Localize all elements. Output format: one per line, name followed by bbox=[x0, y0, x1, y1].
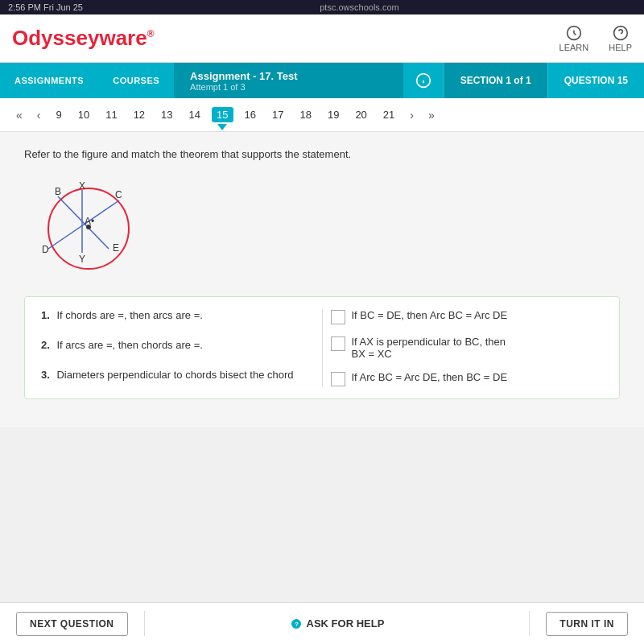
page-20[interactable]: 20 bbox=[350, 107, 371, 122]
right-item-1: If BC = DE, then Arc BC = Arc DE bbox=[331, 309, 604, 324]
question-label: QUESTION 15 bbox=[547, 63, 644, 98]
info-icon bbox=[415, 72, 431, 89]
page-12[interactable]: 12 bbox=[129, 107, 150, 122]
attempt-label: Attempt 1 of 3 bbox=[190, 82, 387, 92]
svg-line-7 bbox=[58, 196, 109, 249]
section-label: SECTION 1 of 1 bbox=[444, 63, 547, 98]
right-item-2: If AX is perpendicular to BC, thenBX = X… bbox=[331, 336, 604, 360]
pagination-bar: « ‹ 9 10 11 12 13 14 15 16 17 18 19 20 2… bbox=[0, 98, 644, 132]
last-page-button[interactable]: » bbox=[424, 107, 439, 123]
ask-for-help-section: ? ASK FOR HELP bbox=[144, 611, 530, 636]
nav-icons: LEARN HELP bbox=[559, 25, 632, 52]
prev-page-button[interactable]: ‹ bbox=[33, 107, 45, 123]
turn-it-in-button[interactable]: TURN IT IN bbox=[546, 612, 628, 636]
status-time: 2:56 PM Fri Jun 25 bbox=[8, 2, 83, 12]
help-nav-item[interactable]: HELP bbox=[609, 25, 632, 52]
diagram-container: B X C A• E D Y bbox=[24, 172, 620, 280]
learn-nav-item[interactable]: LEARN bbox=[559, 25, 589, 52]
page-9[interactable]: 9 bbox=[51, 107, 66, 122]
right-item-3: If Arc BC = Arc DE, then BC = DE bbox=[331, 371, 604, 386]
page-11[interactable]: 11 bbox=[101, 107, 122, 122]
svg-text:D: D bbox=[42, 244, 49, 255]
page-16[interactable]: 16 bbox=[240, 107, 261, 122]
svg-text:E: E bbox=[113, 242, 119, 254]
checkbox-2[interactable] bbox=[331, 336, 345, 351]
page-10[interactable]: 10 bbox=[73, 107, 94, 122]
top-nav: Odysseyware® LEARN HELP bbox=[0, 14, 644, 63]
left-item-3: 3. Diameters perpendicular to chords bis… bbox=[41, 369, 314, 381]
help-icon bbox=[613, 25, 629, 41]
svg-text:A•: A• bbox=[85, 216, 94, 227]
ask-for-help-button[interactable]: ASK FOR HELP bbox=[307, 617, 385, 630]
question-prompt: Refer to the figure and match the theore… bbox=[24, 148, 620, 160]
circle-diagram: B X C A• E D Y bbox=[24, 172, 153, 277]
left-item-2: 2. If arcs are =, then chords are =. bbox=[41, 339, 314, 351]
assignment-title-section: Assignment - 17. Test Attempt 1 of 3 bbox=[174, 63, 403, 98]
right-column: If BC = DE, then Arc BC = Arc DE If AX i… bbox=[322, 309, 604, 386]
svg-text:X: X bbox=[79, 180, 85, 192]
page-21[interactable]: 21 bbox=[378, 107, 399, 122]
page-18[interactable]: 18 bbox=[295, 107, 316, 122]
checkbox-1[interactable] bbox=[331, 310, 345, 324]
next-question-button[interactable]: NEXT QUESTION bbox=[16, 612, 128, 636]
status-bar: 2:56 PM Fri Jun 25 ptsc.owschools.com bbox=[0, 0, 644, 14]
help-circle-icon: ? bbox=[290, 617, 303, 630]
checkbox-3[interactable] bbox=[331, 372, 345, 386]
svg-text:C: C bbox=[115, 189, 122, 200]
bottom-bar: NEXT QUESTION ? ASK FOR HELP TURN IT IN bbox=[0, 602, 644, 644]
matching-exercise: 1. If chords are =, then arcs are =. 2. … bbox=[24, 296, 620, 399]
learn-icon bbox=[566, 25, 582, 41]
status-url: ptsc.owschools.com bbox=[83, 2, 636, 12]
page-13[interactable]: 13 bbox=[156, 107, 177, 122]
left-item-1: 1. If chords are =, then arcs are =. bbox=[41, 309, 314, 321]
svg-text:?: ? bbox=[295, 620, 299, 627]
courses-button[interactable]: COURSES bbox=[98, 63, 174, 98]
logo: Odysseyware® bbox=[12, 26, 559, 51]
page-15[interactable]: 15 bbox=[212, 107, 233, 122]
info-button[interactable] bbox=[403, 63, 444, 98]
left-column: 1. If chords are =, then arcs are =. 2. … bbox=[41, 309, 322, 386]
svg-text:Y: Y bbox=[79, 254, 85, 265]
next-page-button[interactable]: › bbox=[406, 107, 418, 123]
assignment-title: Assignment - 17. Test bbox=[190, 70, 387, 82]
page-17[interactable]: 17 bbox=[267, 107, 288, 122]
assignments-button[interactable]: ASSIGNMENTS bbox=[0, 63, 98, 98]
page-14[interactable]: 14 bbox=[184, 107, 205, 122]
first-page-button[interactable]: « bbox=[12, 107, 27, 123]
svg-line-8 bbox=[48, 200, 119, 249]
assignment-bar: ASSIGNMENTS COURSES Assignment - 17. Tes… bbox=[0, 63, 644, 98]
main-content: Refer to the figure and match the theore… bbox=[0, 132, 644, 427]
page-19[interactable]: 19 bbox=[323, 107, 344, 122]
svg-text:B: B bbox=[55, 186, 61, 197]
